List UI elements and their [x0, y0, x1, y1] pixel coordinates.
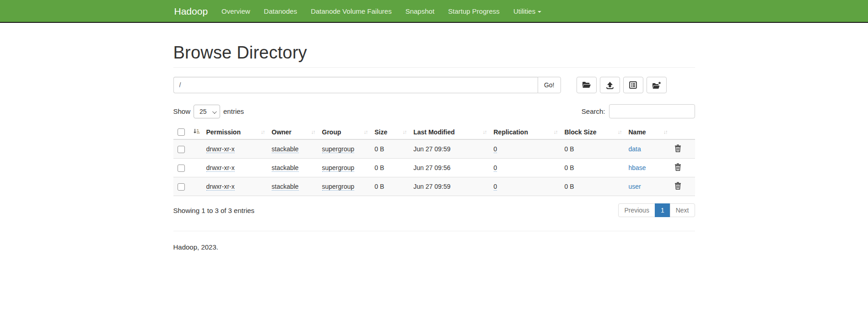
footer-text: Hadoop, 2023. [173, 243, 695, 251]
sort-icon [554, 128, 557, 135]
delete-button[interactable] [674, 144, 681, 154]
column-header-group[interactable]: Group [318, 125, 371, 139]
column-label: Size [375, 128, 388, 136]
sort-icon [261, 128, 264, 135]
sort-icon [663, 128, 667, 135]
last-modified-value: Jun 27 09:59 [414, 183, 451, 190]
table-row: drwxr-xr-x stackable supergroup 0 B Jun … [173, 139, 695, 159]
entries-info: Showing 1 to 3 of 3 entries [173, 207, 255, 214]
last-modified-value: Jun 27 09:59 [414, 145, 451, 153]
nav-startup-progress[interactable]: Startup Progress [441, 7, 507, 15]
nav-datanode-volume-failures[interactable]: Datanode Volume Failures [304, 7, 399, 15]
page-header: Browse Directory [173, 43, 695, 68]
column-header-permission[interactable]: Permission [203, 125, 268, 139]
go-button[interactable]: Go! [538, 77, 561, 93]
replication-value[interactable]: 0 [494, 164, 497, 172]
block-size-value: 0 B [565, 145, 574, 153]
sort-icon [483, 128, 486, 135]
column-label: Permission [206, 128, 241, 136]
row-checkbox[interactable] [178, 146, 185, 153]
size-value: 0 B [375, 183, 384, 190]
table-body: drwxr-xr-x stackable supergroup 0 B Jun … [173, 139, 695, 196]
column-header-owner[interactable]: Owner [268, 125, 318, 139]
folder-open-icon [582, 81, 591, 89]
path-row: Go! [173, 77, 695, 93]
search-input[interactable] [609, 104, 695, 118]
pagination-previous[interactable]: Previous [618, 203, 655, 217]
nav-utilities-label: Utilities [513, 7, 535, 15]
permission-value[interactable]: drwxr-xr-x [206, 183, 235, 191]
replication-value[interactable]: 0 [494, 145, 497, 153]
owner-value[interactable]: stackable [272, 183, 299, 191]
sort-amount-asc-icon [193, 128, 200, 136]
column-header-replication[interactable]: Replication [490, 125, 561, 139]
brand-hadoop[interactable]: Hadoop [173, 0, 215, 23]
path-input-group: Go! [173, 77, 561, 93]
directory-table: Permission Owner Group Size Last Modifie… [173, 125, 695, 196]
group-value[interactable]: supergroup [322, 145, 355, 153]
group-value[interactable]: supergroup [322, 164, 355, 172]
trash-icon [674, 165, 681, 172]
sort-icon [403, 128, 406, 135]
nav-utilities-dropdown[interactable]: Utilities [507, 7, 548, 15]
upload-icon [606, 81, 614, 89]
sort-icon [364, 128, 367, 135]
size-value: 0 B [375, 145, 384, 153]
pagination: Previous 1 Next [618, 203, 695, 217]
permission-value[interactable]: drwxr-xr-x [206, 164, 235, 172]
column-header-block-size[interactable]: Block Size [561, 125, 625, 139]
pagination-page-1[interactable]: 1 [655, 203, 670, 217]
directory-link[interactable]: user [629, 183, 641, 190]
delete-button[interactable] [674, 163, 681, 172]
table-footer: Showing 1 to 3 of 3 entries Previous 1 N… [173, 203, 695, 217]
directory-link[interactable]: hbase [629, 164, 646, 171]
show-label: Show [173, 107, 191, 115]
explorer-action-buttons [577, 77, 667, 93]
column-label: Group [322, 128, 341, 136]
page-size-select[interactable]: 25 [194, 105, 220, 118]
group-value[interactable]: supergroup [322, 183, 355, 191]
size-value: 0 B [375, 164, 384, 171]
replication-value[interactable]: 0 [494, 183, 497, 191]
new-folder-icon [652, 81, 661, 89]
last-modified-value: Jun 27 09:56 [414, 164, 451, 171]
owner-value[interactable]: stackable [272, 145, 299, 153]
column-label: Last Modified [414, 128, 455, 136]
sort-icon [311, 128, 315, 135]
directory-link[interactable]: data [629, 145, 641, 153]
chevron-down-icon [538, 11, 541, 13]
create-directory-button[interactable] [647, 77, 667, 93]
column-label: Replication [494, 128, 528, 136]
nav-links: Overview Datanodes Datanode Volume Failu… [215, 0, 548, 23]
column-header-last-modified[interactable]: Last Modified [410, 125, 490, 139]
search-label: Search: [582, 107, 605, 115]
block-size-value: 0 B [565, 183, 574, 190]
upload-file-button[interactable] [600, 77, 620, 93]
nav-snapshot[interactable]: Snapshot [399, 7, 441, 15]
open-directory-button[interactable] [577, 77, 597, 93]
table-controls: Show 25 entries Search: [173, 104, 695, 118]
column-header-name[interactable]: Name [625, 125, 671, 139]
trash-icon [674, 184, 681, 191]
nav-datanodes[interactable]: Datanodes [257, 7, 304, 15]
permission-value[interactable]: drwxr-xr-x [206, 145, 235, 153]
nav-overview[interactable]: Overview [215, 7, 257, 15]
list-icon [629, 81, 637, 89]
select-all-checkbox[interactable] [178, 128, 185, 136]
delete-button[interactable] [674, 182, 681, 191]
pagination-next[interactable]: Next [670, 203, 695, 217]
column-label: Name [629, 128, 646, 136]
column-header-size[interactable]: Size [371, 125, 410, 139]
footer-divider [173, 231, 695, 231]
directory-path-input[interactable] [173, 77, 538, 93]
column-label: Block Size [565, 128, 597, 136]
block-size-value: 0 B [565, 164, 574, 171]
sort-icon [618, 128, 621, 135]
column-header-actions [671, 125, 695, 139]
row-checkbox[interactable] [178, 183, 185, 191]
list-button[interactable] [623, 77, 643, 93]
table-row: drwxr-xr-x stackable supergroup 0 B Jun … [173, 159, 695, 177]
row-checkbox[interactable] [178, 165, 185, 172]
owner-value[interactable]: stackable [272, 164, 299, 172]
select-all-header[interactable] [173, 125, 203, 139]
